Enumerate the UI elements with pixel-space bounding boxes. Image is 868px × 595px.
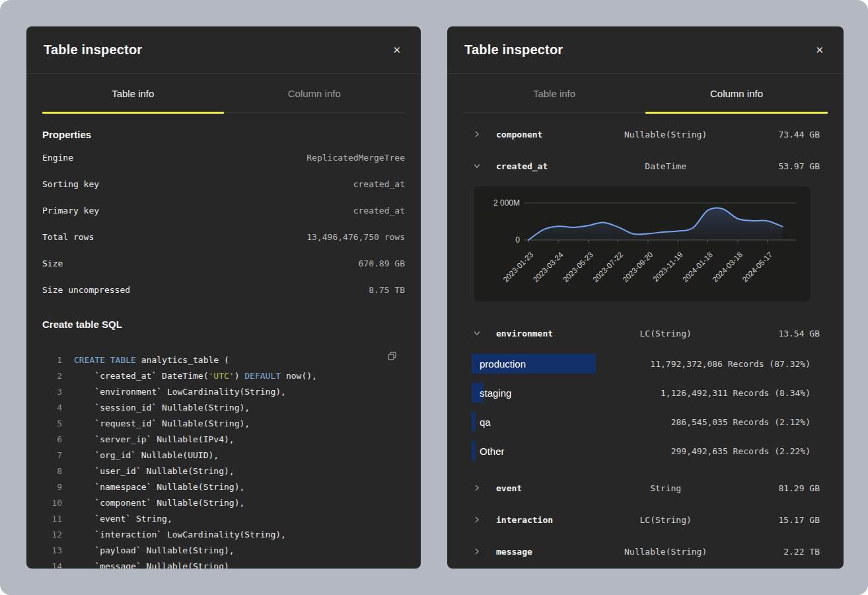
area-chart-svg: 2 000M02023-01-232023-03-242023-05-23202…: [474, 186, 811, 301]
sql-code-line: 9 `namespace` Nullable(String),: [42, 479, 405, 495]
sql-code-line: 5 `request_id` Nullable(String),: [42, 416, 405, 432]
column-row-message[interactable]: messageNullable(String)2.22 TB: [463, 536, 828, 567]
property-value: 670.89 GB: [359, 258, 405, 268]
value-label: qa: [480, 416, 491, 428]
tab-table-info[interactable]: Table info: [463, 74, 645, 112]
chart-axis-label: 0: [515, 235, 520, 245]
line-number: 2: [42, 368, 62, 384]
chevron-right-icon[interactable]: [463, 131, 489, 138]
sql-token: `user_id` Nullable(String),: [74, 463, 235, 479]
value-label: staging: [480, 387, 511, 399]
line-number: 12: [42, 527, 62, 543]
page-background: Table inspector ✕ Table info Column info…: [0, 0, 868, 595]
sql-code-line: 8 `user_id` Nullable(String),: [42, 463, 405, 479]
column-name: event: [489, 483, 610, 493]
sql-code-line: 1CREATE TABLE analytics_table (: [42, 352, 405, 368]
chart-axis-label: 2 000M: [493, 198, 520, 208]
column-size: 13.54 GB: [721, 329, 820, 338]
sql-token: `environment` LowCardinality(String),: [74, 384, 286, 400]
tab-column-info[interactable]: Column info: [645, 74, 828, 112]
dialog-title: Table inspector: [44, 42, 142, 58]
chevron-right-icon[interactable]: [463, 516, 489, 523]
sql-code-line: 13 `payload` Nullable(String),: [42, 543, 405, 559]
sql-code-line: 7 `org_id` Nullable(UUID),: [42, 448, 405, 463]
tab-column-info[interactable]: Column info: [224, 74, 406, 112]
property-row: Primary keycreated_at: [42, 197, 405, 223]
sql-token: `component` Nullable(String),: [74, 495, 244, 511]
property-value: 13,496,476,750 rows: [307, 232, 405, 242]
properties-heading: Properties: [42, 129, 405, 140]
value-bar: [472, 412, 476, 432]
table-info-content: Properties EngineReplicatedMergeTreeSort…: [26, 129, 421, 569]
column-rows: componentNullable(String)73.44 GBcreated…: [463, 118, 828, 567]
tab-bar: Table info Column info: [42, 74, 405, 113]
sql-code-line: 11 `event` String,: [42, 511, 405, 527]
line-number: 3: [42, 384, 62, 400]
property-row: Total rows13,496,476,750 rows: [42, 223, 405, 250]
value-records: 1,126,492,311 Records (8.34%): [661, 388, 811, 398]
property-row: Size uncompressed8.75 TB: [42, 276, 405, 303]
column-row-environment[interactable]: environmentLC(String)13.54 GB: [463, 317, 828, 349]
sql-token: analytics_table (: [136, 352, 229, 368]
sql-token: `session_id` Nullable(String),: [74, 400, 250, 416]
value-records: 286,545,035 Records (2.12%): [671, 417, 811, 427]
sql-token: `server_ip` Nullable(IPv4),: [74, 432, 235, 448]
dialog-header: Table inspector ✕: [26, 26, 421, 74]
copy-icon[interactable]: [384, 348, 400, 366]
sql-code-line: 6 `server_ip` Nullable(IPv4),: [42, 432, 405, 448]
chart-axis-label: 2024-01-18: [681, 251, 714, 284]
value-row-qa: qa286,545,035 Records (2.12%): [472, 407, 828, 436]
created-at-histogram-chart: 2 000M02023-01-232023-03-242023-05-23202…: [474, 186, 811, 301]
environment-value-rows: production11,792,372,086 Records (87.32%…: [472, 349, 828, 465]
chevron-right-icon[interactable]: [463, 548, 489, 555]
sql-code-line: 12 `interaction` LowCardinality(String),: [42, 527, 405, 543]
property-value: created_at: [353, 206, 405, 216]
chart-axis-label: 2023-01-23: [501, 251, 534, 284]
chart-axis-label: 2023-07-22: [591, 251, 624, 284]
create-table-sql-heading: Create table SQL: [42, 319, 405, 330]
properties-rows: EngineReplicatedMergeTreeSorting keycrea…: [42, 144, 405, 303]
column-row-created_at[interactable]: created_atDateTime53.97 GB: [463, 150, 828, 182]
tab-bar-wrap: Table info Column info: [447, 74, 844, 113]
column-name: environment: [489, 329, 610, 338]
value-label: production: [480, 358, 526, 370]
sql-token: ): [235, 368, 245, 384]
value-records: 299,492,635 Records (2.22%): [671, 446, 811, 456]
line-number: 11: [42, 511, 62, 527]
column-name: component: [489, 130, 610, 139]
tab-bar-wrap: Table info Column info: [26, 74, 421, 113]
sql-code-line: 2 `created_at` DateTime('UTC') DEFAULT n…: [42, 368, 405, 384]
column-size: 53.97 GB: [721, 161, 820, 171]
tab-bar: Table info Column info: [463, 74, 828, 113]
value-bar: [472, 441, 476, 461]
property-label: Engine: [42, 153, 73, 163]
column-row-component[interactable]: componentNullable(String)73.44 GB: [463, 118, 828, 150]
column-name: created_at: [489, 161, 610, 171]
property-label: Size: [42, 258, 63, 268]
tab-table-info[interactable]: Table info: [42, 74, 224, 112]
line-number: 1: [42, 352, 62, 368]
sql-token: CREATE TABLE: [74, 352, 136, 368]
sql-token: DEFAULT: [244, 368, 281, 384]
line-number: 4: [42, 400, 62, 416]
column-row-event[interactable]: eventString81.29 GB: [463, 472, 828, 504]
property-label: Total rows: [42, 232, 94, 242]
chevron-right-icon[interactable]: [463, 485, 489, 491]
close-icon[interactable]: ✕: [813, 42, 826, 58]
property-row: EngineReplicatedMergeTree: [42, 144, 405, 171]
column-size: 73.44 GB: [721, 130, 820, 139]
chart-axis-label: 2023-09-20: [621, 251, 654, 284]
sql-token: `request_id` Nullable(String),: [74, 416, 250, 432]
chevron-down-icon[interactable]: [463, 330, 489, 337]
line-number: 9: [42, 479, 62, 495]
sql-token: `org_id` Nullable(UUID),: [74, 448, 219, 463]
chevron-down-icon[interactable]: [463, 163, 489, 169]
column-size: 81.29 GB: [721, 483, 820, 493]
sql-token: 'UTC': [209, 368, 235, 384]
column-row-interaction[interactable]: interactionLC(String)15.17 GB: [463, 504, 828, 536]
property-row: Sorting keycreated_at: [42, 171, 405, 197]
value-records: 11,792,372,086 Records (87.32%): [650, 359, 811, 369]
close-icon[interactable]: ✕: [390, 42, 404, 58]
chart-axis-label: 2023-03-24: [532, 251, 565, 284]
line-number: 5: [42, 416, 62, 432]
